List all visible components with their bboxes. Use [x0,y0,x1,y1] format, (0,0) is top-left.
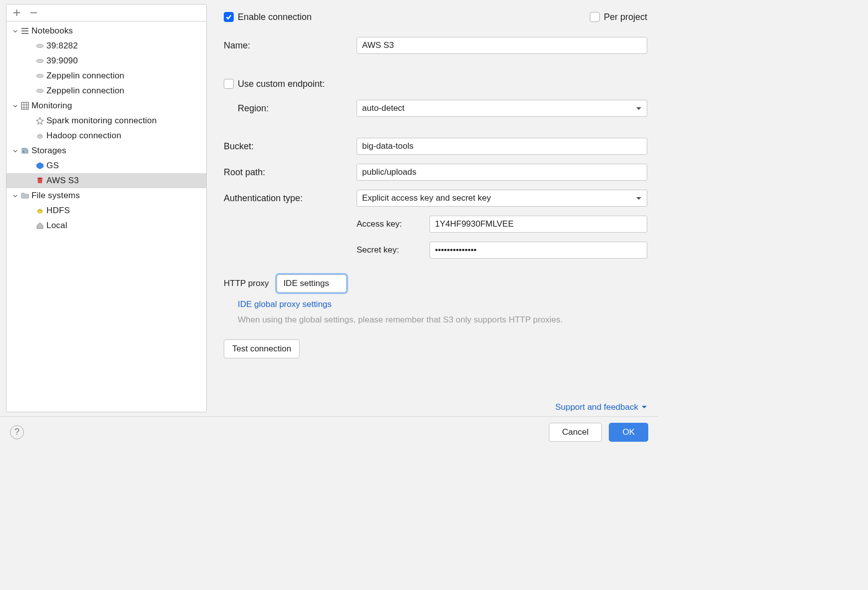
tree-item[interactable]: Spark monitoring connection [6,113,206,128]
tree-item-label: Zeppelin connection [46,86,124,96]
tree-item[interactable]: 39:8282 [6,38,206,53]
checkbox-icon [224,79,234,89]
minus-icon [30,9,37,16]
chevron-down-icon [10,28,19,34]
tree-group[interactable]: File systems [6,188,206,203]
tree-group-label: Notebooks [31,26,73,36]
secret-key-input[interactable]: •••••••••••••• [430,242,647,259]
help-button[interactable]: ? [10,425,24,439]
dialog-footer: ? Cancel OK [0,416,658,447]
name-input[interactable]: AWS S3 [357,37,647,54]
zeppelin-icon [34,42,45,50]
tree-item-label: Local [46,221,67,231]
svg-point-2 [36,59,43,63]
chevron-down-icon [10,103,19,109]
svg-point-3 [36,74,43,78]
add-button[interactable] [11,8,21,18]
svg-point-7 [40,135,41,136]
chevron-down-icon [636,193,642,203]
svg-point-12 [40,210,41,211]
grid-icon [19,102,30,110]
access-key-label: Access key: [357,219,430,229]
svg-point-4 [36,89,43,93]
tree-group-label: Monitoring [31,101,72,111]
svg-marker-9 [36,162,43,169]
connections-tree: Notebooks39:828239:9090Zeppelin connecti… [6,21,206,412]
chevron-down-icon [641,405,647,409]
enable-connection-label: Enable connection [238,12,312,22]
cancel-button[interactable]: Cancel [549,423,602,442]
http-proxy-select[interactable]: IDE settings [277,275,347,293]
tree-item-label: 39:9090 [46,56,78,66]
storage-icon [19,147,30,155]
tree-item-label: 39:8282 [46,41,78,51]
auth-type-label: Authentication type: [224,193,357,204]
chevron-down-icon [10,148,19,154]
s3-icon [34,177,45,185]
tree-group-label: Storages [31,146,66,156]
tree-group-label: File systems [31,191,80,201]
auth-type-select[interactable]: Explicit access key and secret key [357,190,647,207]
svg-rect-0 [30,12,36,13]
enable-connection-checkbox[interactable]: Enable connection [224,12,312,22]
chevron-down-icon [636,103,642,113]
bucket-label: Bucket: [224,141,357,152]
list-icon [19,27,30,35]
hadoop-mono-icon [34,132,45,140]
tree-item[interactable]: 39:9090 [6,53,206,68]
tree-item[interactable]: Zeppelin connection [6,83,206,98]
tree-item[interactable]: Local [6,218,206,233]
root-path-label: Root path: [224,167,357,178]
gs-icon [34,162,45,170]
region-label: Region: [224,103,357,114]
checkbox-icon [224,12,234,22]
test-connection-button[interactable]: Test connection [224,339,300,358]
name-label: Name: [224,40,357,51]
tree-item[interactable]: Hadoop connection [6,128,206,143]
region-select[interactable]: auto-detect [357,100,647,117]
root-path-input[interactable]: public/uploads [357,164,647,181]
tree-group[interactable]: Monitoring [6,98,206,113]
remove-button[interactable] [28,8,38,18]
access-key-input[interactable]: 1Y4HF9930FMLVEE [430,216,647,233]
tree-group[interactable]: Storages [6,143,206,158]
sidebar-toolbar [6,4,206,21]
tree-item[interactable]: HDFS [6,203,206,218]
hadoop-icon [34,207,45,215]
zeppelin-icon [34,87,45,95]
tree-item-label: Hadoop connection [46,131,121,141]
tree-item-label: GS [46,161,59,171]
per-project-checkbox[interactable]: Per project [590,12,647,22]
custom-endpoint-checkbox[interactable]: Use custom endpoint: [224,79,325,89]
svg-point-1 [36,44,43,48]
ok-button[interactable]: OK [609,423,648,442]
custom-endpoint-label: Use custom endpoint: [238,79,325,89]
http-proxy-label: HTTP proxy [224,279,269,289]
tree-item-label: Zeppelin connection [46,71,124,81]
proxy-hint: When using the global settings, please r… [238,313,597,326]
svg-point-10 [37,178,42,179]
tree-item-label: Spark monitoring connection [46,116,157,126]
zeppelin-icon [34,57,45,65]
svg-point-8 [23,151,24,152]
svg-rect-5 [21,102,28,109]
checkbox-icon [590,12,600,22]
support-feedback-link[interactable]: Support and feedback [224,402,647,412]
connection-form: Enable connection Per project Name: AWS … [217,4,652,412]
bucket-input[interactable]: big-data-tools [357,138,647,155]
tree-item-label: AWS S3 [46,176,79,186]
chevron-down-icon [10,193,19,199]
tree-item[interactable]: Zeppelin connection [6,68,206,83]
tree-item-label: HDFS [46,206,70,216]
zeppelin-icon [34,72,45,80]
plus-icon [13,9,20,16]
svg-point-11 [38,210,39,211]
folder-icon [19,192,30,200]
proxy-settings-link[interactable]: IDE global proxy settings [238,299,332,309]
home-icon [34,222,45,230]
tree-group[interactable]: Notebooks [6,23,206,38]
spark-icon [34,117,45,125]
tree-item[interactable]: AWS S3 [6,173,206,188]
per-project-label: Per project [604,12,647,22]
tree-item[interactable]: GS [6,158,206,173]
